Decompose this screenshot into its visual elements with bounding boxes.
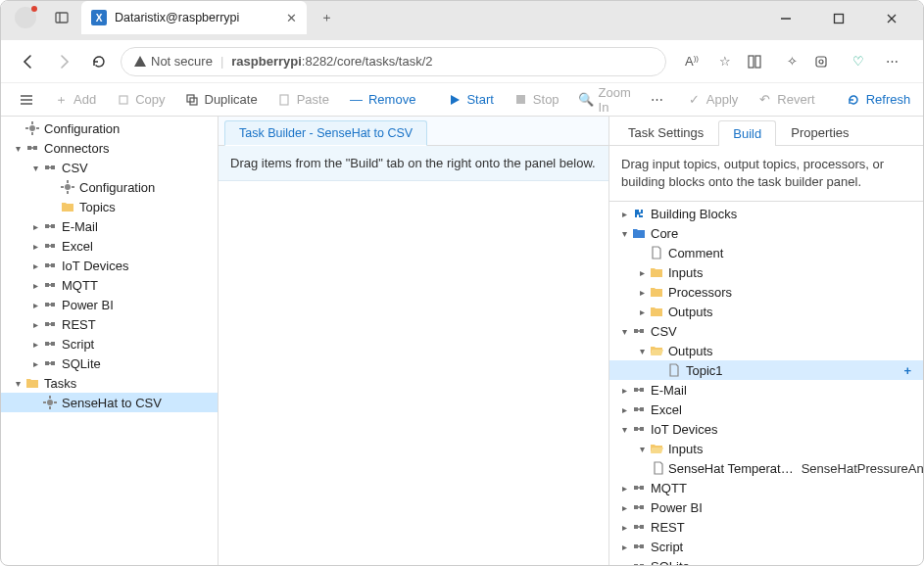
conn-icon [631,421,647,437]
expander-icon[interactable]: ▾ [28,163,42,173]
start-button[interactable]: Start [439,89,501,110]
tree-row[interactable]: ▸SQLite [1,354,218,373]
conn-icon [631,499,647,515]
more-button[interactable]: ⋯ [643,89,671,110]
tree-row[interactable]: ▸E-Mail [1,216,218,236]
expander-icon[interactable]: ▸ [617,561,631,566]
left-tree[interactable]: Configuration▾Connectors▾CSVConfiguratio… [1,118,218,412]
expander-icon[interactable]: ▸ [28,358,42,369]
back-button[interactable] [15,48,42,75]
tree-row[interactable]: ▸MQTT [609,478,923,497]
menu-icon[interactable]: ⋯ [880,54,903,69]
tree-row[interactable]: ▸Inputs [609,262,923,282]
expander-icon[interactable]: ▾ [635,346,649,356]
tree-row[interactable]: ▾Outputs [609,341,923,360]
expander-icon[interactable]: ▾ [635,444,649,454]
expander-icon[interactable]: ▾ [617,424,631,435]
tree-row[interactable]: Configuration [1,177,218,197]
tree-row[interactable]: ▾Tasks [1,373,218,393]
remove-button[interactable]: —Remove [341,89,423,110]
expander-icon[interactable]: ▸ [617,209,631,219]
expander-icon[interactable]: ▸ [28,280,42,291]
profile-icon[interactable] [15,7,36,28]
performance-icon[interactable]: ♡ [847,54,870,69]
tab-build[interactable]: Build [718,120,776,146]
tree-row[interactable]: ▸IoT Devices [1,256,218,275]
expander-icon[interactable]: ▸ [28,319,42,330]
expander-icon[interactable]: ▾ [11,143,24,154]
expander-icon[interactable]: ▸ [617,542,631,552]
tree-row[interactable]: ▸Power BI [609,497,923,517]
expander-icon[interactable]: ▾ [11,378,24,389]
tree-row[interactable]: ▸Script [609,537,923,556]
expander-icon[interactable]: ▸ [635,267,649,278]
expander-icon[interactable]: ▸ [28,260,42,271]
tree-row[interactable]: ▾Inputs [609,439,923,458]
duplicate-button[interactable]: Duplicate [177,89,266,110]
expander-icon[interactable]: ▸ [28,300,42,310]
tree-row[interactable]: Topics [1,197,218,216]
tree-row[interactable]: ▾IoT Devices [609,419,923,439]
expander-icon[interactable]: ▸ [617,522,631,533]
refresh-button[interactable] [85,48,113,75]
tab-task-settings[interactable]: Task Settings [613,119,718,145]
right-hint: Drag input topics, output topics, proces… [609,146,923,202]
expander-icon[interactable]: ▸ [28,339,42,350]
tree-row[interactable]: Comment [609,243,923,262]
tree-row[interactable]: ▾Core [609,223,923,243]
tree-row[interactable]: ▸MQTT [1,275,218,295]
tree-row[interactable]: ▸Script [1,334,218,354]
close-tab-icon[interactable]: ✕ [286,11,297,25]
tree-row[interactable]: ▸Outputs [609,302,923,321]
expander-icon[interactable]: ▸ [635,287,649,298]
expander-icon[interactable]: ▸ [617,483,631,494]
window-close[interactable] [874,5,909,32]
favorites-bar-icon[interactable]: ✧ [780,54,803,69]
browser-tab[interactable]: X Dataristix@raspberrypi ✕ [81,1,307,34]
tree-label: Outputs [668,305,713,319]
tree-row[interactable]: ▸Excel [609,400,923,419]
expander-icon[interactable]: ▸ [28,221,42,232]
refresh-button-app[interactable]: Refresh [839,89,919,110]
extensions-icon[interactable] [813,54,837,70]
folder-icon [649,304,664,319]
tree-row[interactable]: ▸SQLite [609,556,923,566]
read-aloud-icon[interactable]: A)) [680,54,704,69]
tree-row[interactable]: ▾CSV [1,158,218,177]
right-tree[interactable]: ▸Building Blocks▾CoreComment▸Inputs▸Proc… [609,202,923,566]
tree-row[interactable]: ▸REST [609,517,923,537]
tab-overview-button[interactable] [46,2,77,33]
tab-properties[interactable]: Properties [776,119,863,145]
tree-row[interactable]: ▸Building Blocks [609,204,923,223]
favorite-icon[interactable]: ☆ [713,54,737,69]
tree-row[interactable]: Topic1+ [609,360,923,380]
expander-icon[interactable]: ▸ [617,404,631,415]
security-warning[interactable]: Not secure [133,54,213,69]
menu-button[interactable] [11,90,42,110]
expander-icon[interactable]: ▸ [617,502,631,513]
expander-icon[interactable]: ▸ [28,241,42,252]
tree-row[interactable]: ▸Excel [1,236,218,256]
expander-icon[interactable]: ▸ [617,385,631,396]
expander-icon[interactable]: ▾ [617,326,631,337]
tree-row[interactable]: ▾CSV [609,321,923,341]
tree-row[interactable]: ▸REST [1,314,218,334]
tree-row[interactable]: ▸E-Mail [609,380,923,400]
tree-row[interactable]: ▸Processors [609,282,923,302]
tree-row[interactable]: SenseHat to CSV [1,393,218,412]
svg-rect-23 [27,146,31,150]
address-input[interactable]: Not secure | raspberrypi:8282/core/tasks… [121,47,666,76]
add-topic-icon[interactable]: + [903,363,917,378]
tree-row[interactable]: ▾Connectors [1,138,218,158]
task-builder-canvas[interactable] [219,181,608,566]
tree-row[interactable]: Configuration [1,118,218,138]
task-builder-tab[interactable]: Task Builder - SenseHat to CSV [224,120,427,146]
new-tab-button[interactable]: ＋ [311,2,342,33]
expander-icon[interactable]: ▾ [617,228,631,239]
tree-row[interactable]: ▸Power BI [1,295,218,314]
window-minimize[interactable] [768,5,803,32]
collections-icon[interactable] [747,54,770,70]
tree-row[interactable]: SenseHat Temperat…SenseHatPressureAnd… [609,458,923,478]
window-maximize[interactable] [821,5,856,32]
expander-icon[interactable]: ▸ [635,307,649,317]
